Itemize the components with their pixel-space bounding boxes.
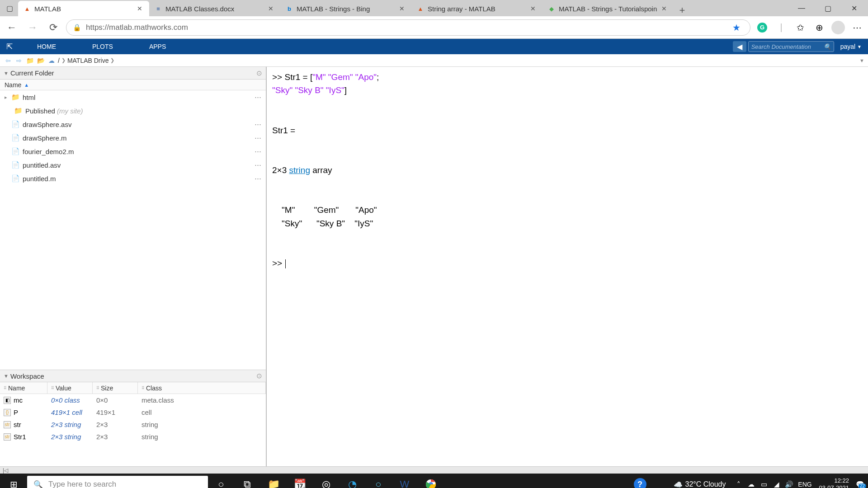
col-size[interactable]: Size [101, 385, 113, 392]
battery-icon[interactable]: ▭ [759, 480, 769, 488]
url-text: https://matlab.mathworks.com [86, 23, 725, 32]
folder-item[interactable]: 📁 Published (my site) [0, 104, 266, 117]
notifications-icon[interactable]: ◀ [733, 41, 746, 52]
chevron-icon: ❯ [110, 57, 114, 63]
tray-chevron-icon[interactable]: ˄ [733, 480, 744, 488]
more-button[interactable]: ⋯ [850, 20, 864, 35]
maximize-button[interactable]: ▢ [815, 0, 841, 16]
col-name[interactable]: Name [8, 385, 25, 392]
panel-options-icon[interactable]: ⊙ [256, 372, 262, 380]
address-input[interactable]: 🔒 https://matlab.mathworks.com ★ [66, 19, 750, 36]
cortana-icon[interactable]: ○ [208, 474, 234, 488]
collapse-icon: ▼ [4, 70, 9, 76]
back-button[interactable]: ← [4, 19, 20, 36]
var-class: string [138, 421, 162, 428]
dock-icon[interactable]: ⇱ [0, 42, 19, 52]
chrome-icon[interactable] [418, 474, 444, 488]
app-icon[interactable]: ◎ [313, 474, 339, 488]
cmd-line: >> Str1 = ["M" "Gem" "Apo"; [272, 70, 863, 84]
table-row[interactable]: {}P 419×1 cell 419×1 cell [0, 406, 266, 418]
table-row[interactable]: strstr 2×3 string 2×3 string [0, 418, 266, 431]
close-tab-icon[interactable]: ✕ [398, 5, 406, 13]
more-icon[interactable]: ⋯ [255, 134, 261, 142]
close-window-button[interactable]: ✕ [841, 0, 867, 16]
collapse-left-icon[interactable]: |◁ [3, 467, 8, 474]
file-hint: (my site) [57, 107, 83, 115]
wifi-icon[interactable]: ◢ [771, 480, 782, 488]
more-icon[interactable]: ⋯ [255, 120, 261, 128]
path-dropdown-icon[interactable]: ▼ [859, 58, 864, 63]
tab-classes-doc[interactable]: ≡ MATLAB Classes.docx ✕ [149, 1, 280, 16]
close-tab-icon[interactable]: ✕ [267, 5, 275, 13]
tab-home[interactable]: HOME [19, 39, 74, 54]
workspace-header[interactable]: ▼ Workspace ⊙ [0, 370, 266, 382]
more-icon[interactable]: ⋯ [255, 161, 261, 169]
file-item[interactable]: 📄 drawSphere.asv ⋯ [0, 117, 266, 131]
close-tab-icon[interactable]: ✕ [136, 5, 144, 13]
profile-avatar[interactable] [831, 20, 845, 35]
minimize-button[interactable]: — [788, 0, 815, 16]
file-item[interactable]: 📄 fourier_demo2.m ⋯ [0, 145, 266, 158]
edge-icon[interactable]: ◔ [339, 474, 365, 488]
alexa-icon[interactable]: ○ [365, 474, 392, 488]
refresh-button[interactable]: ⟳ [45, 19, 61, 36]
tab-overview-button[interactable]: ▢ [1, 0, 18, 16]
user-menu[interactable]: payal ▼ [834, 43, 868, 50]
weather-widget[interactable]: ☁️ 32°C Cloudy [668, 480, 731, 488]
action-center-icon[interactable]: 💬22 [854, 480, 865, 488]
onedrive-icon[interactable]: ☁ [746, 480, 757, 488]
path-segment[interactable]: MATLAB Drive [67, 57, 109, 64]
close-tab-icon[interactable]: ✕ [529, 5, 537, 13]
more-icon[interactable]: ⋯ [255, 93, 261, 101]
file-item[interactable]: 📄 puntitled.m ⋯ [0, 172, 266, 185]
panel-options-icon[interactable]: ⊙ [256, 69, 262, 77]
more-icon[interactable]: ⋯ [255, 174, 261, 183]
calendar-icon[interactable]: 📆 30 [287, 474, 313, 488]
new-tab-button[interactable]: + [674, 5, 691, 16]
bing-icon: b [286, 5, 293, 12]
tab-apps[interactable]: APPS [131, 39, 184, 54]
collections-button[interactable]: ⊕ [812, 20, 826, 35]
folder-open-icon[interactable]: 📂 [36, 57, 45, 64]
mfile-icon: 📄 [11, 147, 20, 155]
volume-icon[interactable]: 🔊 [784, 480, 795, 488]
file-list-header[interactable]: Name ▲ [0, 80, 266, 90]
help-icon[interactable]: ? [634, 478, 646, 488]
start-button[interactable]: ⊞ [0, 479, 27, 488]
tab-string-array[interactable]: ▲ String array - MATLAB ✕ [411, 1, 542, 16]
cmd-line: "Sky" "Sky B" "IyS"] [272, 84, 863, 97]
file-name: puntitled.asv [23, 161, 61, 169]
command-window[interactable]: >> Str1 = ["M" "Gem" "Apo"; "Sky" "Sky B… [267, 67, 868, 466]
grammarly-extension[interactable]: G [755, 20, 769, 35]
window-controls: — ▢ ✕ [788, 0, 867, 16]
current-folder-header[interactable]: ▼ Current Folder ⊙ [0, 67, 266, 80]
task-view-icon[interactable]: ⧉ [234, 474, 260, 488]
col-value[interactable]: Value [56, 385, 71, 392]
more-icon[interactable]: ⋯ [255, 147, 261, 155]
nav-back-icon[interactable]: ⇦ [4, 57, 13, 64]
close-tab-icon[interactable]: ✕ [660, 5, 668, 13]
favorite-star-icon[interactable]: ★ [729, 20, 744, 35]
favorites-button[interactable]: ✩ [793, 20, 807, 35]
taskbar-search[interactable]: 🔍 Type here to search [27, 476, 208, 488]
tab-plots[interactable]: PLOTS [74, 39, 131, 54]
search-documentation-input[interactable]: Search Documentation 🔍 [748, 41, 834, 52]
col-class[interactable]: Class [146, 385, 162, 392]
clock[interactable]: 12:22 03-07-2021 [816, 477, 853, 488]
nav-fwd-icon[interactable]: ⇨ [14, 57, 24, 64]
forward-button[interactable]: → [24, 19, 41, 36]
file-item[interactable]: 📄 puntitled.asv ⋯ [0, 158, 266, 172]
language-indicator[interactable]: ENG [797, 481, 814, 488]
table-row[interactable]: ◧mc 0×0 class 0×0 meta.class [0, 394, 266, 406]
folder-item[interactable]: ▸ 📁 html ⋯ [0, 90, 266, 104]
table-row[interactable]: strStr1 2×3 string 2×3 string [0, 431, 266, 443]
folder-up-icon[interactable]: 📁 [25, 57, 34, 64]
expand-icon[interactable]: ▸ [5, 94, 11, 100]
tab-matlab[interactable]: ▲ MATLAB ✕ [18, 1, 149, 16]
word-icon[interactable]: W [392, 474, 418, 488]
file-item[interactable]: 📄 drawSphere.m ⋯ [0, 131, 266, 145]
tab-bing[interactable]: b MATLAB - Strings - Bing ✕ [280, 1, 411, 16]
file-icon: 📄 [11, 120, 20, 128]
file-explorer-icon[interactable]: 📁 [260, 474, 287, 488]
tab-tutorialspoint[interactable]: ◆ MATLAB - Strings - Tutorialspoin ✕ [542, 1, 674, 16]
